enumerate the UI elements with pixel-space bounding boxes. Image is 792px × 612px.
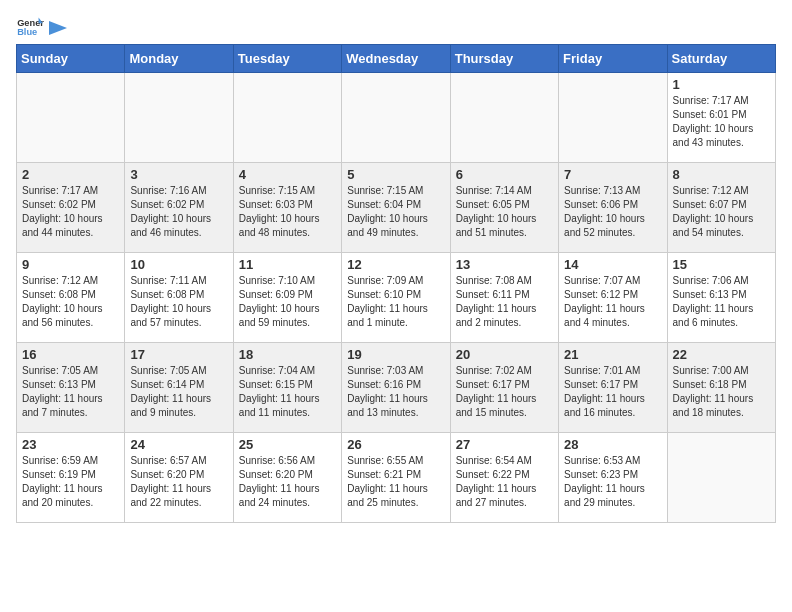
day-number: 8 <box>673 167 770 182</box>
calendar-cell: 13Sunrise: 7:08 AM Sunset: 6:11 PM Dayli… <box>450 253 558 343</box>
day-info: Sunrise: 7:16 AM Sunset: 6:02 PM Dayligh… <box>130 184 227 240</box>
day-number: 5 <box>347 167 444 182</box>
calendar-cell: 22Sunrise: 7:00 AM Sunset: 6:18 PM Dayli… <box>667 343 775 433</box>
day-info: Sunrise: 6:53 AM Sunset: 6:23 PM Dayligh… <box>564 454 661 510</box>
calendar-week-row: 16Sunrise: 7:05 AM Sunset: 6:13 PM Dayli… <box>17 343 776 433</box>
day-info: Sunrise: 7:14 AM Sunset: 6:05 PM Dayligh… <box>456 184 553 240</box>
day-info: Sunrise: 7:12 AM Sunset: 6:07 PM Dayligh… <box>673 184 770 240</box>
day-number: 4 <box>239 167 336 182</box>
calendar-cell <box>233 73 341 163</box>
day-number: 7 <box>564 167 661 182</box>
day-number: 16 <box>22 347 119 362</box>
calendar-cell: 3Sunrise: 7:16 AM Sunset: 6:02 PM Daylig… <box>125 163 233 253</box>
day-info: Sunrise: 7:00 AM Sunset: 6:18 PM Dayligh… <box>673 364 770 420</box>
day-info: Sunrise: 6:56 AM Sunset: 6:20 PM Dayligh… <box>239 454 336 510</box>
day-info: Sunrise: 7:10 AM Sunset: 6:09 PM Dayligh… <box>239 274 336 330</box>
day-number: 27 <box>456 437 553 452</box>
calendar-cell: 19Sunrise: 7:03 AM Sunset: 6:16 PM Dayli… <box>342 343 450 433</box>
day-number: 3 <box>130 167 227 182</box>
calendar-cell: 4Sunrise: 7:15 AM Sunset: 6:03 PM Daylig… <box>233 163 341 253</box>
calendar-week-row: 9Sunrise: 7:12 AM Sunset: 6:08 PM Daylig… <box>17 253 776 343</box>
day-info: Sunrise: 7:06 AM Sunset: 6:13 PM Dayligh… <box>673 274 770 330</box>
day-number: 20 <box>456 347 553 362</box>
weekday-header-monday: Monday <box>125 45 233 73</box>
day-number: 12 <box>347 257 444 272</box>
calendar-week-row: 1Sunrise: 7:17 AM Sunset: 6:01 PM Daylig… <box>17 73 776 163</box>
calendar-cell <box>125 73 233 163</box>
day-number: 23 <box>22 437 119 452</box>
day-info: Sunrise: 7:08 AM Sunset: 6:11 PM Dayligh… <box>456 274 553 330</box>
weekday-header-thursday: Thursday <box>450 45 558 73</box>
day-number: 24 <box>130 437 227 452</box>
calendar-cell: 6Sunrise: 7:14 AM Sunset: 6:05 PM Daylig… <box>450 163 558 253</box>
weekday-header-row: SundayMondayTuesdayWednesdayThursdayFrid… <box>17 45 776 73</box>
calendar-cell: 24Sunrise: 6:57 AM Sunset: 6:20 PM Dayli… <box>125 433 233 523</box>
calendar-cell: 17Sunrise: 7:05 AM Sunset: 6:14 PM Dayli… <box>125 343 233 433</box>
calendar-cell <box>17 73 125 163</box>
calendar-cell <box>559 73 667 163</box>
day-info: Sunrise: 7:12 AM Sunset: 6:08 PM Dayligh… <box>22 274 119 330</box>
day-info: Sunrise: 7:07 AM Sunset: 6:12 PM Dayligh… <box>564 274 661 330</box>
day-info: Sunrise: 7:04 AM Sunset: 6:15 PM Dayligh… <box>239 364 336 420</box>
day-info: Sunrise: 7:05 AM Sunset: 6:13 PM Dayligh… <box>22 364 119 420</box>
day-number: 18 <box>239 347 336 362</box>
calendar-cell: 15Sunrise: 7:06 AM Sunset: 6:13 PM Dayli… <box>667 253 775 343</box>
calendar-cell: 7Sunrise: 7:13 AM Sunset: 6:06 PM Daylig… <box>559 163 667 253</box>
calendar-cell: 1Sunrise: 7:17 AM Sunset: 6:01 PM Daylig… <box>667 73 775 163</box>
day-info: Sunrise: 7:17 AM Sunset: 6:02 PM Dayligh… <box>22 184 119 240</box>
day-info: Sunrise: 6:57 AM Sunset: 6:20 PM Dayligh… <box>130 454 227 510</box>
day-info: Sunrise: 7:02 AM Sunset: 6:17 PM Dayligh… <box>456 364 553 420</box>
day-number: 1 <box>673 77 770 92</box>
calendar-cell: 10Sunrise: 7:11 AM Sunset: 6:08 PM Dayli… <box>125 253 233 343</box>
day-number: 17 <box>130 347 227 362</box>
calendar-week-row: 2Sunrise: 7:17 AM Sunset: 6:02 PM Daylig… <box>17 163 776 253</box>
day-info: Sunrise: 7:13 AM Sunset: 6:06 PM Dayligh… <box>564 184 661 240</box>
calendar-cell <box>667 433 775 523</box>
calendar-cell: 25Sunrise: 6:56 AM Sunset: 6:20 PM Dayli… <box>233 433 341 523</box>
day-number: 28 <box>564 437 661 452</box>
day-number: 14 <box>564 257 661 272</box>
day-number: 19 <box>347 347 444 362</box>
day-info: Sunrise: 7:01 AM Sunset: 6:17 PM Dayligh… <box>564 364 661 420</box>
calendar-cell: 11Sunrise: 7:10 AM Sunset: 6:09 PM Dayli… <box>233 253 341 343</box>
day-number: 25 <box>239 437 336 452</box>
day-number: 22 <box>673 347 770 362</box>
day-number: 13 <box>456 257 553 272</box>
calendar-cell: 26Sunrise: 6:55 AM Sunset: 6:21 PM Dayli… <box>342 433 450 523</box>
day-number: 2 <box>22 167 119 182</box>
calendar-cell <box>450 73 558 163</box>
day-info: Sunrise: 7:09 AM Sunset: 6:10 PM Dayligh… <box>347 274 444 330</box>
day-info: Sunrise: 7:15 AM Sunset: 6:03 PM Dayligh… <box>239 184 336 240</box>
day-info: Sunrise: 6:55 AM Sunset: 6:21 PM Dayligh… <box>347 454 444 510</box>
svg-marker-3 <box>49 21 67 35</box>
calendar-table: SundayMondayTuesdayWednesdayThursdayFrid… <box>16 44 776 523</box>
logo-icon: General Blue <box>16 16 44 36</box>
day-info: Sunrise: 6:59 AM Sunset: 6:19 PM Dayligh… <box>22 454 119 510</box>
calendar-cell: 2Sunrise: 7:17 AM Sunset: 6:02 PM Daylig… <box>17 163 125 253</box>
calendar-cell <box>342 73 450 163</box>
weekday-header-tuesday: Tuesday <box>233 45 341 73</box>
calendar-week-row: 23Sunrise: 6:59 AM Sunset: 6:19 PM Dayli… <box>17 433 776 523</box>
weekday-header-wednesday: Wednesday <box>342 45 450 73</box>
calendar-cell: 16Sunrise: 7:05 AM Sunset: 6:13 PM Dayli… <box>17 343 125 433</box>
calendar-cell: 18Sunrise: 7:04 AM Sunset: 6:15 PM Dayli… <box>233 343 341 433</box>
day-info: Sunrise: 7:11 AM Sunset: 6:08 PM Dayligh… <box>130 274 227 330</box>
day-number: 26 <box>347 437 444 452</box>
calendar-cell: 20Sunrise: 7:02 AM Sunset: 6:17 PM Dayli… <box>450 343 558 433</box>
day-info: Sunrise: 7:03 AM Sunset: 6:16 PM Dayligh… <box>347 364 444 420</box>
day-info: Sunrise: 7:05 AM Sunset: 6:14 PM Dayligh… <box>130 364 227 420</box>
svg-text:Blue: Blue <box>17 27 37 36</box>
calendar-cell: 28Sunrise: 6:53 AM Sunset: 6:23 PM Dayli… <box>559 433 667 523</box>
calendar-cell: 8Sunrise: 7:12 AM Sunset: 6:07 PM Daylig… <box>667 163 775 253</box>
weekday-header-friday: Friday <box>559 45 667 73</box>
calendar-cell: 27Sunrise: 6:54 AM Sunset: 6:22 PM Dayli… <box>450 433 558 523</box>
calendar-cell: 5Sunrise: 7:15 AM Sunset: 6:04 PM Daylig… <box>342 163 450 253</box>
day-number: 6 <box>456 167 553 182</box>
weekday-header-sunday: Sunday <box>17 45 125 73</box>
logo-arrow-icon <box>49 21 67 35</box>
page-header: General Blue <box>16 16 776 36</box>
day-number: 11 <box>239 257 336 272</box>
day-number: 10 <box>130 257 227 272</box>
day-info: Sunrise: 7:15 AM Sunset: 6:04 PM Dayligh… <box>347 184 444 240</box>
day-number: 15 <box>673 257 770 272</box>
